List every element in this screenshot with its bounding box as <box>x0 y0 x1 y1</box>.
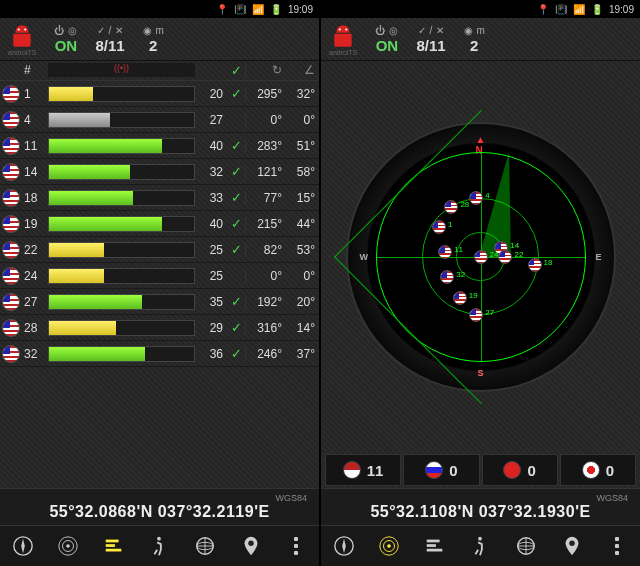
snr-bar <box>48 268 195 284</box>
app-logo <box>8 22 36 50</box>
satellite-count: 8/11 <box>95 37 124 54</box>
snr-bar <box>48 216 195 232</box>
flag-us-icon <box>2 241 20 259</box>
constellation-box: 0 <box>403 454 479 486</box>
accuracy-value: 2 <box>149 37 157 54</box>
svg-point-5 <box>67 544 71 548</box>
radar-satellite: 1 <box>432 220 446 234</box>
table-row: 27 35 ✓ 192° 20° <box>0 289 319 315</box>
svg-rect-6 <box>106 540 119 543</box>
snr-value: 29 <box>195 321 227 335</box>
svg-point-0 <box>18 28 20 30</box>
signal-icon: 📶 <box>252 4 264 15</box>
snr-value: 27 <box>195 113 227 127</box>
elevation: 14° <box>285 321 319 335</box>
prn: 32 <box>22 347 48 361</box>
svg-rect-21 <box>427 549 443 552</box>
prn: 11 <box>22 139 48 153</box>
fix-icon: ✓ <box>97 25 105 36</box>
flag-us-icon <box>2 137 20 155</box>
table-row: 28 29 ✓ 316° 14° <box>0 315 319 341</box>
elevation: 37° <box>285 347 319 361</box>
radar-view: ▲N S W E 28141114221832192724 <box>321 61 640 452</box>
power-icon: ⏻ <box>54 25 64 36</box>
app-header: androiTS ⏻◎ON ✓/✕8/11 ◉m2 <box>321 18 640 61</box>
compass-tab[interactable] <box>329 531 359 561</box>
flag-us-icon <box>2 215 20 233</box>
battery-icon: 🔋 <box>270 4 282 15</box>
table-row: 24 25 0° 0° <box>0 263 319 289</box>
flag-jp-icon <box>582 461 600 479</box>
bottom-nav <box>0 525 319 566</box>
table-row: 1 20 ✓ 295° 32° <box>0 81 319 107</box>
azimuth: 82° <box>245 243 285 257</box>
fix-check: ✓ <box>227 138 245 153</box>
elevation: 0° <box>285 269 319 283</box>
radar-satellite: 22 <box>498 250 512 264</box>
location-icon: 📍 <box>537 4 549 15</box>
phone-left: 📍 📳 📶 🔋 19:09 androiTS ⏻◎ ON ✓/✕ 8/11 <box>0 0 319 566</box>
radar-satellite: 24 <box>474 250 488 264</box>
prn: 18 <box>22 191 48 205</box>
prn: 19 <box>22 217 48 231</box>
fix-check: ✓ <box>227 164 245 179</box>
coords-panel: WGS84 55°32.1108'N 037°32.1930'E <box>321 488 640 525</box>
elevation: 0° <box>285 113 319 127</box>
prn: 14 <box>22 165 48 179</box>
table-row: 11 40 ✓ 283° 51° <box>0 133 319 159</box>
snr-value: 25 <box>195 243 227 257</box>
bars-tab[interactable] <box>99 531 129 561</box>
radar-satellite: 28 <box>444 200 458 214</box>
compass-tab[interactable] <box>8 531 38 561</box>
radar-tab[interactable] <box>53 531 83 561</box>
radar-satellite: 11 <box>438 245 452 259</box>
svg-rect-7 <box>106 544 115 547</box>
sat-icon: ✕ <box>115 25 123 36</box>
prn: 1 <box>22 87 48 101</box>
prn: 24 <box>22 269 48 283</box>
svg-point-25 <box>569 541 575 547</box>
radar-satellite: 27 <box>469 308 483 322</box>
snr-value: 20 <box>195 87 227 101</box>
snr-bar <box>48 346 195 362</box>
svg-point-1 <box>24 28 26 30</box>
flag-cn-icon <box>503 461 521 479</box>
globe-tab[interactable] <box>511 531 541 561</box>
datum-label: WGS84 <box>327 493 634 503</box>
flag-us-icon <box>2 319 20 337</box>
globe-tab[interactable] <box>190 531 220 561</box>
prn: 27 <box>22 295 48 309</box>
fix-check: ✓ <box>227 242 245 257</box>
azimuth: 215° <box>245 217 285 231</box>
bars-tab[interactable] <box>420 531 450 561</box>
brand-text: androiTS <box>329 49 357 56</box>
walk-tab[interactable] <box>144 531 174 561</box>
clock: 19:09 <box>288 4 313 15</box>
flag-us-icon <box>343 461 361 479</box>
pin-tab[interactable] <box>236 531 266 561</box>
snr-bar <box>48 112 195 128</box>
vibrate-icon: 📳 <box>555 4 567 15</box>
table-row: 32 36 ✓ 246° 37° <box>0 341 319 367</box>
accuracy-icon: ◉ <box>143 25 152 36</box>
radar-tab[interactable] <box>374 531 404 561</box>
elevation: 32° <box>285 87 319 101</box>
azimuth: 246° <box>245 347 285 361</box>
menu-button[interactable] <box>281 531 311 561</box>
svg-rect-8 <box>106 549 122 552</box>
radar-satellite: 18 <box>528 258 542 272</box>
svg-point-22 <box>479 537 483 541</box>
status-bar: 📍 📳 📶 🔋 19:09 <box>321 0 640 18</box>
coords-panel: WGS84 55°32.0868'N 037°32.2119'E <box>0 488 319 525</box>
menu-button[interactable] <box>602 531 632 561</box>
battery-icon: 🔋 <box>591 4 603 15</box>
pin-tab[interactable] <box>557 531 587 561</box>
svg-point-13 <box>339 28 341 30</box>
flag-us-icon <box>2 111 20 129</box>
elevation: 44° <box>285 217 319 231</box>
walk-tab[interactable] <box>465 531 495 561</box>
table-row: 14 32 ✓ 121° 58° <box>0 159 319 185</box>
fix-check: ✓ <box>227 190 245 205</box>
azimuth: 0° <box>245 269 285 283</box>
snr-value: 25 <box>195 269 227 283</box>
